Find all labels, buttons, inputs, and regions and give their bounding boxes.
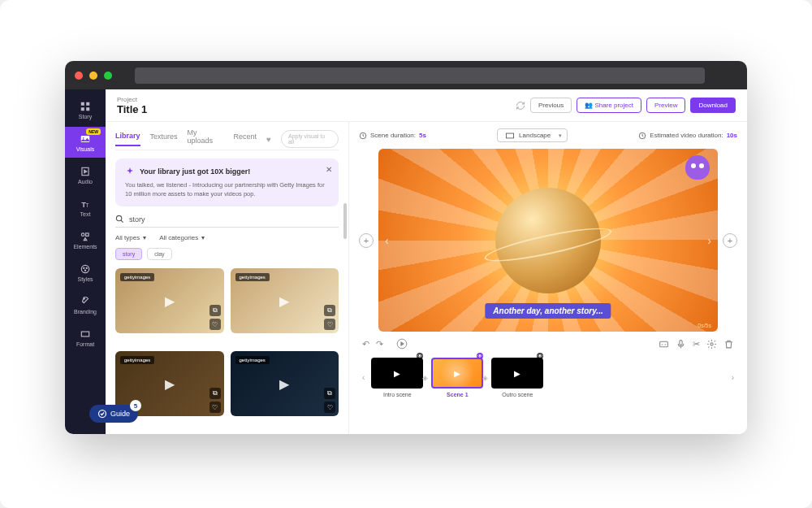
search-input[interactable]	[129, 215, 339, 224]
preview-button[interactable]: Preview	[646, 98, 685, 113]
svg-point-24	[710, 342, 713, 345]
captions-icon[interactable]	[659, 339, 669, 350]
timeline-next-icon[interactable]: ›	[732, 373, 734, 382]
tab-library[interactable]: Library	[115, 132, 140, 146]
url-bar[interactable]	[135, 67, 705, 84]
svg-text:T: T	[86, 202, 89, 207]
copy-icon[interactable]: ⧉	[324, 388, 335, 399]
svg-point-9	[81, 232, 84, 236]
sidebar-item-audio[interactable]: Audio	[65, 159, 106, 190]
favorites-icon[interactable]: ♥	[266, 135, 271, 144]
svg-rect-2	[81, 107, 84, 111]
sidebar-label: Branding	[74, 309, 97, 315]
play-icon: ▶	[165, 376, 175, 392]
sidebar-item-visuals[interactable]: NEW Visuals	[65, 127, 106, 158]
prev-scene-icon[interactable]: ‹	[385, 234, 389, 247]
scene-1[interactable]: 👁 ▶ ◈ Scene 1	[431, 358, 483, 397]
svg-rect-1	[86, 102, 89, 105]
caption[interactable]: Another day, another story...	[485, 303, 611, 319]
sidebar-label: Story	[79, 114, 92, 119]
scene-label: Scene 1	[447, 392, 468, 397]
chevron-down-icon: ▾	[143, 234, 146, 241]
add-scene-before-button[interactable]: +	[359, 233, 374, 248]
next-scene-icon[interactable]: ›	[707, 234, 711, 247]
scene-label: Outro scene	[502, 392, 533, 397]
cut-icon[interactable]: ✂	[693, 339, 700, 350]
asset-grid: gettyimages ▶ ⧉♡ gettyimages ▶ ⧉♡ gettyi…	[115, 268, 339, 428]
svg-point-14	[84, 270, 85, 271]
asset-thumb[interactable]: gettyimages ▶ ⧉♡	[231, 268, 339, 333]
share-button[interactable]: 👥 Share project	[577, 98, 641, 113]
heart-icon[interactable]: ♡	[209, 319, 221, 330]
reorder-handle[interactable]: ◈	[422, 374, 430, 382]
svg-point-12	[84, 267, 84, 268]
refresh-icon[interactable]	[516, 101, 525, 111]
settings-icon[interactable]	[706, 339, 717, 350]
tab-textures[interactable]: Textures	[150, 132, 178, 145]
svg-point-11	[81, 265, 89, 272]
chip-clay[interactable]: clay	[147, 248, 171, 260]
heart-icon[interactable]: ♡	[209, 402, 221, 413]
svg-point-15	[84, 297, 84, 298]
play-icon: ▶	[279, 376, 289, 392]
timeline-prev-icon[interactable]: ‹	[362, 373, 365, 382]
asset-thumb[interactable]: gettyimages ▶ ⧉♡	[115, 268, 224, 333]
filter-label: All types	[115, 234, 140, 241]
undo-icon[interactable]: ↶	[362, 339, 369, 350]
delete-icon[interactable]	[723, 339, 734, 350]
scene-intro[interactable]: 👁 ▶ ◈ Intro scene	[371, 358, 423, 397]
sidebar-item-styles[interactable]: Styles	[65, 257, 106, 288]
mic-icon[interactable]	[676, 339, 686, 350]
copy-icon[interactable]: ⧉	[209, 305, 221, 316]
guide-count: 5	[130, 400, 141, 411]
scene-duration-label: Scene duration:	[370, 132, 416, 139]
close-icon[interactable]	[75, 72, 83, 80]
mascot-icon	[685, 155, 710, 180]
chip-story[interactable]: story	[115, 248, 142, 260]
download-button[interactable]: Download	[690, 98, 736, 113]
sidebar-label: Visuals	[76, 146, 94, 152]
play-icon[interactable]	[396, 338, 408, 350]
close-icon[interactable]: ✕	[326, 165, 332, 174]
scrollbar[interactable]	[343, 203, 347, 426]
sidebar-label: Elements	[73, 244, 97, 250]
heart-icon[interactable]: ♡	[324, 319, 335, 330]
filter-types[interactable]: All types▾	[115, 234, 146, 241]
redo-icon[interactable]: ↷	[376, 339, 383, 350]
aspect-label: Landscape	[519, 132, 551, 139]
filter-categories[interactable]: All categories▾	[159, 234, 205, 241]
search-icon	[115, 215, 124, 224]
play-icon: ▶	[165, 293, 175, 309]
sidebar-item-elements[interactable]: Elements	[65, 224, 106, 255]
source-badge: gettyimages	[120, 273, 154, 281]
preview-toolbar: ↶ ↷ ✂	[359, 338, 737, 350]
tab-myuploads[interactable]: My uploads	[188, 128, 224, 150]
library-tabs: Library Textures My uploads Recent ♥ App…	[115, 128, 339, 150]
maximize-icon[interactable]	[104, 72, 112, 80]
landscape-icon	[506, 132, 514, 139]
guide-label: Guide	[110, 410, 130, 418]
minimize-icon[interactable]	[89, 72, 97, 80]
guide-button[interactable]: Guide 5	[89, 405, 138, 423]
add-scene-after-button[interactable]: +	[723, 233, 737, 248]
sidebar-item-branding[interactable]: Branding	[65, 289, 106, 320]
filter-label: All categories	[159, 234, 198, 241]
reorder-handle[interactable]: ◈	[482, 374, 490, 382]
aspect-select[interactable]: Landscape	[497, 128, 568, 142]
copy-icon[interactable]: ⧉	[209, 388, 221, 399]
tab-recent[interactable]: Recent	[234, 132, 257, 145]
sidebar-item-format[interactable]: Format	[65, 322, 106, 353]
asset-thumb[interactable]: gettyimages ▶ ⧉♡	[231, 351, 339, 416]
scene-outro[interactable]: 👁 ▶ Outro scene	[491, 358, 543, 397]
sidebar-item-story[interactable]: Story	[65, 94, 106, 125]
video-preview[interactable]: Another day, another story... ‹ › 0s/5s	[378, 149, 718, 332]
sidebar-label: Format	[76, 341, 94, 347]
sidebar-item-text[interactable]: TT Text	[65, 192, 106, 223]
preview-panel: Scene duration: 5s Landscape Estimated v…	[349, 122, 747, 434]
apply-all-button[interactable]: Apply visual to all	[281, 130, 339, 148]
previous-button[interactable]: Previous	[530, 98, 572, 113]
heart-icon[interactable]: ♡	[324, 402, 335, 413]
copy-icon[interactable]: ⧉	[324, 305, 335, 316]
source-badge: gettyimages	[120, 356, 154, 364]
page-title[interactable]: Title 1	[117, 103, 516, 115]
